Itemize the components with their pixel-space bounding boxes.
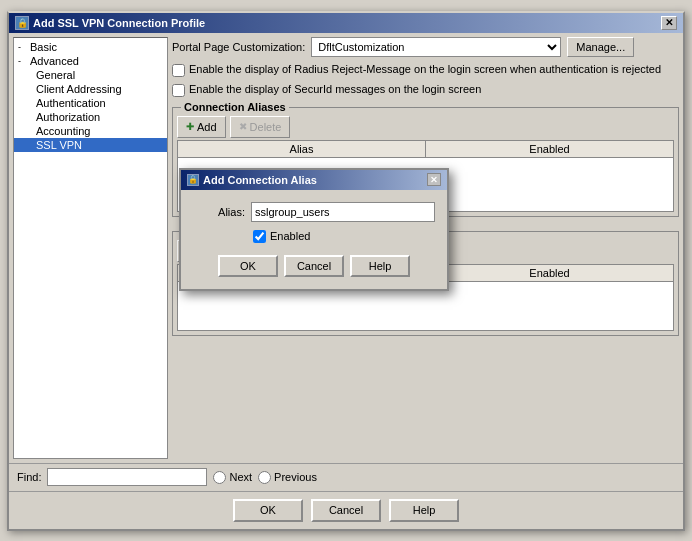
modal-overlay: 🔒 Add Connection Alias ✕ Alias: Enabled … <box>9 13 683 529</box>
modal-icon: 🔒 <box>187 174 199 186</box>
alias-input[interactable] <box>251 202 435 222</box>
modal-close-button[interactable]: ✕ <box>427 173 441 186</box>
modal-enabled-checkbox[interactable] <box>253 230 266 243</box>
modal-cancel-button[interactable]: Cancel <box>284 255 344 277</box>
modal-title: Add Connection Alias <box>203 174 317 186</box>
add-connection-alias-dialog: 🔒 Add Connection Alias ✕ Alias: Enabled … <box>179 168 449 291</box>
modal-body: Alias: Enabled OK Cancel Help <box>181 190 447 289</box>
alias-label: Alias: <box>193 206 245 218</box>
modal-button-row: OK Cancel Help <box>193 255 435 277</box>
main-window: 🔒 Add SSL VPN Connection Profile ✕ - Bas… <box>7 11 685 531</box>
modal-enabled-row: Enabled <box>193 230 435 243</box>
modal-title-bar: 🔒 Add Connection Alias ✕ <box>181 170 447 190</box>
modal-ok-button[interactable]: OK <box>218 255 278 277</box>
alias-form-row: Alias: <box>193 202 435 222</box>
modal-help-button[interactable]: Help <box>350 255 410 277</box>
modal-enabled-label: Enabled <box>270 230 310 242</box>
modal-title-left: 🔒 Add Connection Alias <box>187 174 317 186</box>
